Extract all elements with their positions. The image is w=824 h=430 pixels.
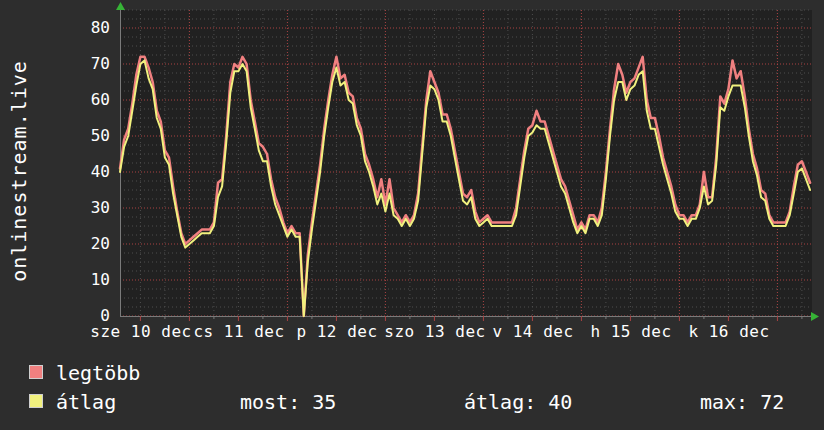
legend-label-atlag: átlag — [56, 390, 116, 414]
legend-swatch-atlag — [29, 394, 43, 408]
y-tick-label: 80 — [58, 18, 110, 38]
y-tick-label: 60 — [58, 90, 110, 110]
stat-max: max: 72 — [700, 390, 784, 414]
legend-swatch-legtobb — [29, 365, 43, 379]
y-tick-label: 30 — [58, 198, 110, 218]
x-tick-label: cs 11 dec — [193, 322, 284, 342]
y-tick-label: 70 — [58, 54, 110, 74]
stat-atlag: átlag: 40 — [464, 390, 572, 414]
y-axis-arrow-icon — [116, 2, 125, 10]
x-tick-label: h 15 dec — [590, 322, 671, 342]
x-tick-label: szo 13 dec — [384, 322, 485, 342]
x-tick-label: sze 10 dec — [90, 322, 191, 342]
y-tick-label: 20 — [58, 234, 110, 254]
rrd-graph: onlinestream.live 01020304050607080 sze … — [0, 0, 824, 430]
legend-label-legtobb: legtöbb — [56, 361, 140, 385]
y-tick-label: 50 — [58, 126, 110, 146]
y-tick-label: 40 — [58, 162, 110, 182]
x-tick-label: k 16 dec — [688, 322, 769, 342]
x-tick-label: v 14 dec — [492, 322, 573, 342]
x-axis-arrow-icon — [811, 312, 819, 321]
stat-most: most: 35 — [240, 390, 336, 414]
x-tick-label: p 12 dec — [296, 322, 377, 342]
y-tick-label: 10 — [58, 270, 110, 290]
graph-title: onlinestream.live — [7, 60, 31, 282]
